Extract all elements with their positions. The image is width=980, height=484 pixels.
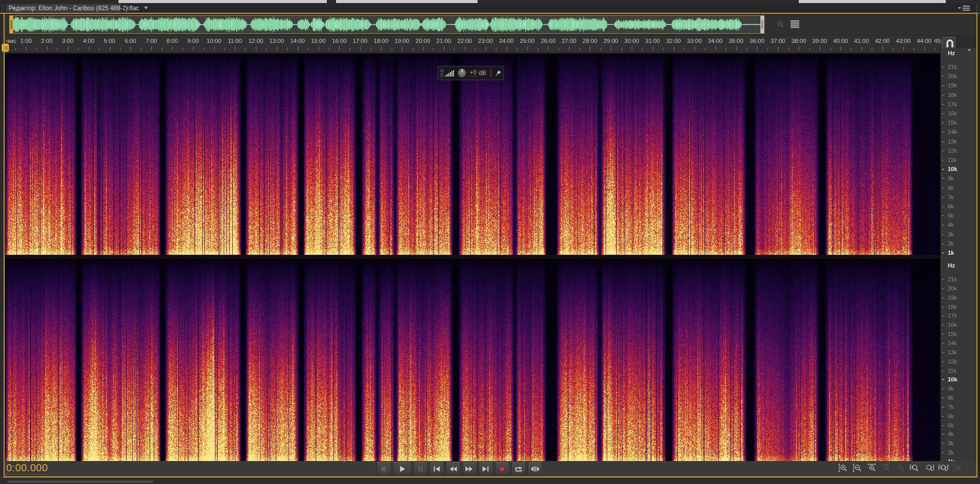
rewind-button[interactable] [446,462,461,475]
tab-title: Редактор: Elton John - Caribou (825 488-… [9,5,139,12]
volume-hud[interactable]: +0 dB [438,66,504,80]
ruler-tick [924,46,925,51]
time-display[interactable]: 0:00.000 [6,462,48,475]
frequency-tick [942,288,944,289]
ruler-tick [663,48,663,51]
zoom-amplitude-full-button[interactable] [952,463,963,474]
spectrogram-channel-2[interactable] [5,259,940,461]
record-button[interactable] [495,462,510,475]
panel-focus-border-left [4,13,5,477]
ruler-tick [830,48,831,51]
overview-track[interactable] [5,14,976,35]
ruler-end-label: 45:0 [934,38,942,44]
play-button[interactable] [393,462,412,475]
channel-divider[interactable] [5,255,940,259]
ruler-tick [308,48,308,51]
zoom-to-out-point-button[interactable] [924,463,935,474]
frequency-unit-label: Hz [948,262,955,269]
frequency-tick [942,379,944,380]
hud-grip-icon[interactable] [440,69,444,77]
spectrogram-channel-1[interactable] [5,54,940,255]
panel-gripper-right[interactable] [975,4,978,12]
ruler-tick [47,46,47,51]
ruler-tick [36,48,37,51]
panel-gripper[interactable] [1,4,4,12]
ruler-tick [486,46,486,51]
scale-caret-icon[interactable] [967,49,971,52]
frequency-tick [942,425,944,426]
frequency-scale[interactable]: Hz21k20k19k18k17k16k15k14k13k12k11k10k9k… [940,49,976,461]
frequency-label: 17k [948,101,957,107]
frequency-label: 17k [948,312,957,319]
frequency-label: 18k [948,304,957,310]
frequency-label: 10k [948,166,957,172]
ruler-tick [423,46,423,51]
frequency-label: 6k [948,203,954,209]
zoom-out-amplitude-button[interactable] [852,463,863,474]
pause-button[interactable] [413,462,428,475]
stop-button[interactable] [376,462,391,475]
ruler-minute-label: 25:00 [520,38,535,44]
skip-selection-button[interactable] [528,462,542,475]
ruler-tick [214,46,214,51]
overview-zoom-out-icon[interactable] [775,19,786,30]
overview-menu-icon[interactable] [790,19,801,30]
ruler-tick [26,46,27,51]
loop-playback-button[interactable] [511,462,526,475]
playhead-marker[interactable] [2,43,9,52]
frequency-tick [942,113,944,114]
frequency-label: 16k [948,110,957,116]
frequency-tick [942,416,944,417]
overview-right-handle[interactable] [760,16,764,33]
frequency-label: 3k [948,231,954,237]
ruler-tick [413,48,413,51]
zoom-out-time-button[interactable] [881,463,892,474]
frequency-tick [942,244,944,244]
frequency-label: 4k [948,222,954,228]
ruler-tick [736,46,737,51]
gain-value[interactable]: +0 [470,69,477,77]
frequency-label: 14k [948,129,957,135]
skip-to-end-button[interactable] [479,462,493,475]
frequency-label: 8k [948,395,954,401]
ruler-tick [402,46,402,51]
ruler-minute-label: 9:00 [187,38,199,44]
ruler-tick [632,46,632,51]
zoom-in-time-button[interactable] [867,463,877,474]
frequency-unit-label: Hz [948,50,955,56]
ruler-minute-label: 44:00 [917,38,931,44]
zoom-in-amplitude-button[interactable] [838,463,849,474]
ruler-minute-label: 14:00 [290,38,305,44]
frequency-label: 4k [948,431,954,437]
ruler-tick [538,48,538,51]
ruler-minute-label: 43:00 [896,38,911,44]
frequency-label: 8k [948,185,954,191]
zoom-to-in-point-button[interactable] [910,463,920,474]
skip-to-start-button[interactable] [429,462,444,475]
overview-left-handle[interactable] [10,16,13,33]
ruler-tick [517,48,517,51]
ruler-minute-label: 11:00 [228,38,242,44]
volume-knob[interactable] [457,68,467,78]
panel-menu-icon[interactable] [958,5,971,12]
editor-tab[interactable]: Редактор: Elton John - Caribou (825 488-… [5,3,122,13]
pin-icon[interactable] [495,69,501,77]
frequency-tick [942,95,944,95]
zoom-out-full-button[interactable] [895,463,906,474]
timeline-ruler[interactable]: чмс 1:002:003:004:005:006:007:008:009:00… [5,36,942,53]
ruler-minute-label: 33:00 [687,38,702,44]
frequency-label: 2k [948,240,954,247]
frequency-tick [942,215,944,216]
zoom-to-selection-button[interactable] [938,463,949,474]
frequency-label: 9k [948,175,954,181]
fast-forward-button[interactable] [462,462,477,475]
ruler-minute-label: 3:00 [62,38,73,44]
ruler-tick [381,46,381,51]
ruler-tick [339,46,340,51]
chevron-down-icon[interactable] [144,7,148,9]
ruler-minute-label: 35:00 [729,38,744,44]
overview-waveform[interactable] [10,16,764,33]
frequency-label: 13k [948,138,957,144]
overview-range-box[interactable] [9,15,764,34]
tab-close-button[interactable]: × [126,4,130,12]
